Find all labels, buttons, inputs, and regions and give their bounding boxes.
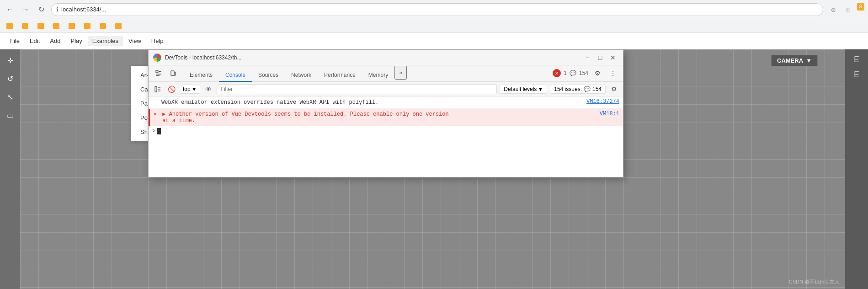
bookmark-icon-3 [37,23,44,29]
reload-button[interactable]: ↻ [35,3,48,16]
app-menubar: File Edit Add Play Examples View Help [0,33,868,49]
bookmark-button[interactable]: ☆ [841,3,854,16]
tab-performance[interactable]: Performance [318,69,362,82]
console-filter-input[interactable] [217,84,497,94]
address-text: localhost:6334/... [61,6,818,13]
menu-help[interactable]: Help [147,36,168,46]
tab-sources[interactable]: Sources [252,69,285,82]
inspect-element-button[interactable] [152,67,165,80]
devtools-window: DevTools - localhost:63342/th... − □ ✕ [148,49,623,177]
devtools-settings-button[interactable]: ⚙ [591,67,604,80]
move-tool-button[interactable]: ✛ [3,53,17,68]
tab-console[interactable]: Console [219,69,252,82]
browser-actions: ⎋ ☆ S [827,3,864,16]
console-webxr-text: WebXR emulator extension overrides nativ… [161,98,583,107]
default-levels-label: Default levels [504,86,537,92]
back-button[interactable]: ← [4,3,16,16]
watermark: CSDN·道不辄行宜在人 [789,278,840,285]
devtools-tool-icons [152,67,180,81]
chrome-icon [153,54,161,62]
info-icon: ℹ [56,6,59,13]
devtools-titlebar: DevTools - localhost:63342/th... − □ ✕ [149,50,623,65]
context-label: top [183,86,191,92]
menu-add[interactable]: Add [45,36,65,46]
error-content: ▶ Another version of Vue Devtools seems … [162,111,619,124]
right-panel-btn-2[interactable]: E [847,68,866,81]
bookmark-6[interactable] [81,22,93,30]
default-levels-selector[interactable]: Default levels ▼ [500,85,547,94]
share-button[interactable]: ⎋ [827,3,840,16]
forward-button[interactable]: → [19,3,32,16]
bookmark-7[interactable] [97,22,109,30]
console-caret: > [152,128,155,134]
devtools-tabs: Elements Console Sources Network Perform… [149,65,623,82]
menu-play[interactable]: Play [66,36,87,46]
console-settings-button[interactable]: ⚙ [608,84,619,95]
devtools-more-button[interactable]: ⋮ [607,67,619,80]
bookmark-1[interactable] [4,22,16,30]
menu-file[interactable]: File [5,36,24,46]
devtools-window-buttons: − □ ✕ [582,52,618,63]
bookmark-3[interactable] [35,22,47,30]
bookmark-icon-1 [6,23,13,29]
bookmark-icon-7 [100,23,106,29]
left-toolbar: ✛ ↺ ⤡ ▭ [0,49,20,289]
bookmark-5[interactable] [66,22,78,30]
scale-tool-button[interactable]: ⤡ [3,90,17,104]
devtools-minimize-button[interactable]: − [582,52,593,63]
tab-network[interactable]: Network [285,69,318,82]
more-tabs-button[interactable]: » [394,66,407,80]
bookmark-2[interactable] [19,22,31,30]
tab-memory[interactable]: Memory [362,69,394,82]
device-toggle-button[interactable] [167,67,180,80]
viewport[interactable]: CAMERA ▼ Arkanoid Camera Particles Pong … [20,49,845,289]
camera-button[interactable]: CAMERA ▼ [771,55,818,66]
console-sidebar-button[interactable] [152,84,163,95]
console-eye-button[interactable]: 👁 [203,84,214,95]
console-error-link[interactable]: VM18:1 [600,111,619,117]
console-error-text: ▶ Another version of Vue Devtools seems … [162,111,449,118]
camera-label: CAMERA [777,57,803,64]
right-panel-btn-1[interactable]: E [847,53,866,66]
select-tool-button[interactable]: ▭ [3,108,17,123]
devtools-maximize-button[interactable]: □ [595,52,606,63]
devtools-title: DevTools - localhost:63342/th... [165,54,578,61]
bookmark-icon-4 [53,23,59,29]
console-clear-button[interactable]: 🚫 [166,84,177,95]
bookmark-4[interactable] [50,22,62,30]
console-prompt[interactable]: > [149,126,623,136]
rotate-tool-button[interactable]: ↺ [3,71,17,86]
error-count: 1 [564,70,567,76]
bookmark-icon-2 [22,23,28,29]
svg-rect-0 [156,70,158,73]
svg-rect-4 [171,71,174,75]
error-badge-icon: ✕ [553,69,561,77]
console-toolbar: 🚫 top ▼ 👁 Default levels ▼ 154 issues: 💬… [149,82,623,96]
browser-navigation: ← → ↻ [4,3,48,16]
console-webxr-link[interactable]: VM16:37274 [586,98,619,105]
extension-badge: S [857,3,864,11]
bookmark-icon-6 [84,23,91,29]
bookmark-icon-5 [69,23,75,29]
error-expand-icon[interactable]: ✕ [154,111,157,118]
app-main: ✛ ↺ ⤡ ▭ CAMERA ▼ Arkanoid Camera Particl… [0,49,868,289]
menu-examples[interactable]: Examples [88,36,123,46]
svg-rect-5 [174,72,176,75]
message-count: 154 [579,70,588,76]
console-content: WebXR emulator extension overrides nativ… [149,96,623,177]
devtools-close-button[interactable]: ✕ [607,52,618,63]
default-levels-icon: ▼ [538,86,543,92]
bookmark-icon-8 [115,23,122,29]
context-selector[interactable]: top ▼ [180,85,200,94]
tab-elements[interactable]: Elements [183,69,219,82]
bookmark-8[interactable] [112,22,124,30]
browser-top-bar: ← → ↻ ℹ localhost:6334/... ⎋ ☆ S [0,0,868,19]
error-second-line: at a time. [162,118,619,124]
context-dropdown-icon: ▼ [192,86,197,92]
browser-chrome: ← → ↻ ℹ localhost:6334/... ⎋ ☆ S [0,0,868,33]
console-line-webxr: WebXR emulator extension overrides nativ… [149,96,623,109]
camera-dropdown-icon: ▼ [806,57,812,64]
address-bar[interactable]: ℹ localhost:6334/... [51,3,823,16]
menu-edit[interactable]: Edit [25,36,44,46]
menu-view[interactable]: View [124,36,146,46]
